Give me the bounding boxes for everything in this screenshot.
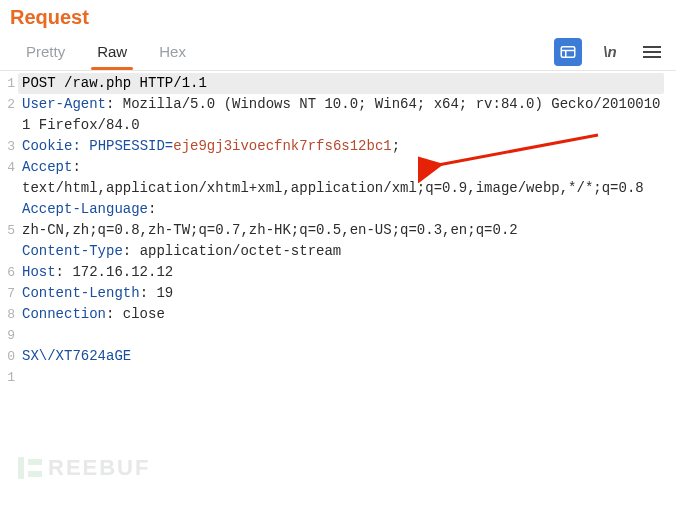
request-body: SX\/XT7624aGE <box>18 346 676 367</box>
request-line: POST /raw.php HTTP/1.1 <box>18 73 664 94</box>
header-content-length: Content-Length: 19 <box>18 283 676 304</box>
blank-line <box>18 325 676 346</box>
line-gutter: 1 2 3 4 5 6 7 8 9 0 1 <box>0 71 18 388</box>
header-accept-language: Accept-Language: zh-CN,zh;q=0.8,zh-TW;q=… <box>18 199 676 241</box>
header-content-type: Content-Type: application/octet-stream <box>18 241 676 262</box>
header-accept: Accept: text/html,application/xhtml+xml,… <box>18 157 676 199</box>
tabs-row: Pretty Raw Hex \n <box>0 33 676 71</box>
raw-request-view: 1 2 3 4 5 6 7 8 9 0 1 POST /raw.php HTTP… <box>0 71 676 388</box>
menu-icon[interactable] <box>638 38 666 66</box>
watermark: REEBUF <box>16 455 150 481</box>
tab-raw[interactable]: Raw <box>81 35 143 69</box>
panel-header: Request <box>0 0 676 33</box>
watermark-text: REEBUF <box>48 455 150 481</box>
session-id: eje9gj3ivoecfnk7rfs6s12bc1 <box>173 138 391 154</box>
header-host: Host: 172.16.12.12 <box>18 262 676 283</box>
newline-icon[interactable]: \n <box>596 38 624 66</box>
watermark-logo-icon <box>16 455 42 481</box>
header-cookie: Cookie: PHPSESSID=eje9gj3ivoecfnk7rfs6s1… <box>18 136 676 157</box>
panel-title: Request <box>10 6 89 28</box>
svg-rect-0 <box>561 46 575 57</box>
header-user-agent: User-Agent: Mozilla/5.0 (Windows NT 10.0… <box>18 94 676 136</box>
toolbar: \n <box>554 38 666 66</box>
tab-hex[interactable]: Hex <box>143 35 202 69</box>
layout-icon[interactable] <box>554 38 582 66</box>
tab-pretty[interactable]: Pretty <box>10 35 81 69</box>
header-connection: Connection: close <box>18 304 676 325</box>
code-lines[interactable]: POST /raw.php HTTP/1.1 User-Agent: Mozil… <box>18 71 676 388</box>
